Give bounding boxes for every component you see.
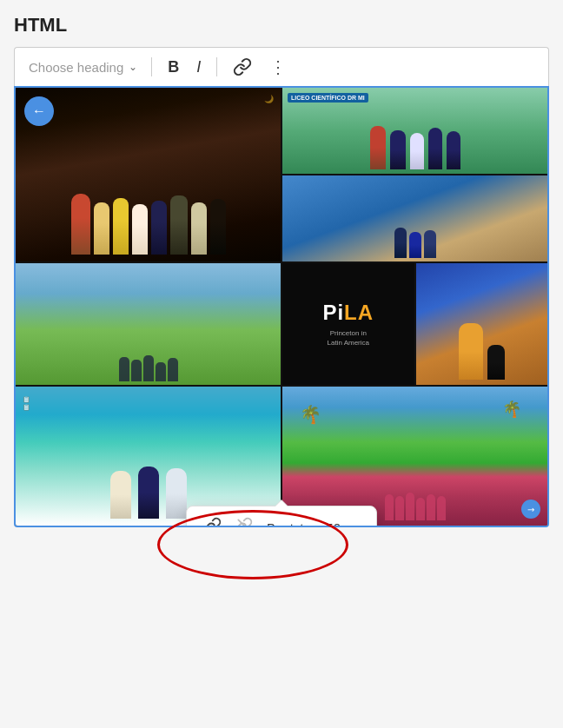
- back-icon: ←: [32, 103, 46, 119]
- popover: Bootstrap 50 ⌄: [186, 506, 377, 527]
- collage-cell-teal: 📋📋: [16, 387, 281, 526]
- collage-cell-classroom: [282, 175, 547, 261]
- collage-cell-mid-right: PiLA Princeton inLatin America: [282, 263, 547, 385]
- collage-cell-pila: PiLA Princeton inLatin America: [282, 263, 414, 385]
- collage-cell-school: LICEO CIENTÍFICO DR MI: [282, 88, 547, 174]
- more-options-button[interactable]: ⋮: [264, 55, 292, 79]
- image-collage: 🌙 LICEO CIENTÍFICO DR MI: [16, 88, 547, 526]
- pila-subtitle: Princeton inLatin America: [328, 328, 369, 347]
- italic-button[interactable]: I: [191, 56, 206, 78]
- bold-button[interactable]: B: [162, 56, 184, 78]
- pila-logo: PiLA: [322, 301, 374, 326]
- editor-toolbar: Choose heading ⌄ B I ⋮: [14, 47, 549, 86]
- editor-container: Choose heading ⌄ B I ⋮ ←: [14, 47, 549, 527]
- page-title: HTML: [14, 14, 549, 36]
- link-button[interactable]: [228, 56, 257, 78]
- back-button[interactable]: ←: [24, 96, 54, 126]
- collage-cell-group-night: 🌙: [16, 88, 281, 261]
- editor-content[interactable]: ←: [14, 86, 549, 527]
- collage-cell-beach: 🌴 🌴: [282, 387, 547, 526]
- collage-cell-top-right: LICEO CIENTÍFICO DR MI: [282, 88, 547, 261]
- heading-dropdown[interactable]: Choose heading ⌄: [25, 58, 141, 76]
- popover-unlink-icon[interactable]: [235, 517, 253, 527]
- resize-handle[interactable]: ↗: [521, 500, 540, 519]
- link-icon: [233, 57, 252, 76]
- toolbar-divider-2: [216, 57, 217, 76]
- resize-icon: ↗: [525, 503, 536, 514]
- popover-link-icon[interactable]: [204, 517, 222, 527]
- chevron-down-icon: ⌄: [129, 61, 137, 73]
- school-label: LICEO CIENTÍFICO DR MI: [288, 93, 368, 103]
- dropdown-label: Bootstrap 50: [267, 520, 341, 527]
- popover-dropdown[interactable]: Bootstrap 50 ⌄: [267, 520, 359, 528]
- dropdown-chevron-icon: ⌄: [348, 520, 359, 528]
- collage-cell-outdoor: [16, 263, 281, 385]
- collage-cell-reading: [416, 263, 548, 385]
- heading-label: Choose heading: [29, 60, 123, 75]
- toolbar-divider-1: [151, 57, 152, 76]
